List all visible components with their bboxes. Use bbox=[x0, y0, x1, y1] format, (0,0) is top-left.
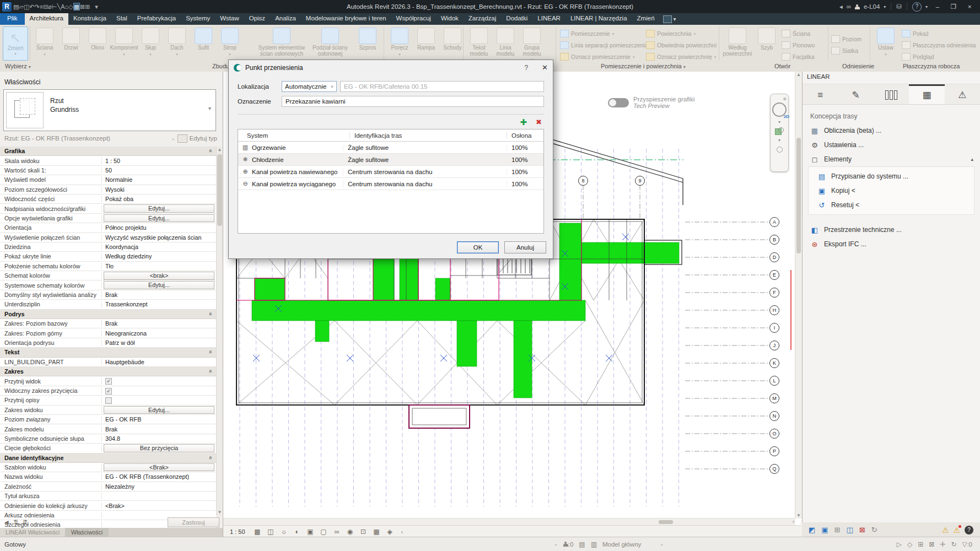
warnings-icon[interactable]: ⚠ bbox=[945, 84, 980, 104]
property-row[interactable]: Dziedzina Koordynacja bbox=[0, 242, 216, 252]
property-row[interactable]: Schemat kolorów <brak> bbox=[0, 271, 216, 280]
ribbon-button[interactable]: Poręcz▾ bbox=[387, 26, 412, 57]
property-row[interactable]: Dane identyfikacyjne bbox=[0, 453, 216, 463]
editable-only-caret-icon[interactable]: ⌄ bbox=[554, 542, 558, 547]
property-row[interactable]: Orientacja Północ projektu bbox=[0, 223, 216, 233]
ribbon-row-button[interactable]: Obwiednia powierzchni bbox=[646, 40, 717, 51]
app-store-cart-icon[interactable]: ⛁ bbox=[896, 3, 902, 10]
ribbon-tab[interactable]: Architektura bbox=[25, 13, 68, 25]
linear-menu-item-elementy[interactable]: ◻ Elementy ▴ bbox=[803, 152, 980, 166]
ribbon-tab[interactable]: Analiza bbox=[270, 13, 301, 25]
panel-label-wybierz[interactable]: Wybierz ▾ bbox=[5, 63, 31, 69]
help-caret-icon[interactable]: ▾ bbox=[925, 4, 928, 9]
close-inactive-icon[interactable]: ⊠ bbox=[80, 3, 85, 10]
show-crop-region-icon[interactable]: ▢ bbox=[320, 528, 328, 536]
ribbon-tab[interactable]: Konstrukcja bbox=[68, 13, 111, 25]
ribbon-button[interactable]: Dach▾ bbox=[164, 26, 190, 57]
ribbon-tab[interactable]: Dodatki bbox=[501, 13, 532, 25]
pane-arrow-icon[interactable]: ◂ bbox=[839, 3, 843, 10]
property-row[interactable]: Nadpisania widoczności/grafiki Edytuj... bbox=[0, 204, 216, 213]
select-links-icon[interactable]: ▷ bbox=[897, 541, 902, 548]
help-icon[interactable]: ? bbox=[912, 2, 922, 12]
property-row[interactable]: Zakres widoku Edytuj... bbox=[0, 406, 216, 415]
ribbon-row-button[interactable]: Oznacz pomieszczenie▾ bbox=[560, 51, 634, 62]
property-value[interactable]: Trassenkonzept bbox=[102, 301, 216, 307]
collapse-caret-icon[interactable]: ▴ bbox=[971, 156, 973, 162]
reveal-constraints-icon[interactable]: ⊡ bbox=[359, 528, 368, 536]
property-row[interactable]: Wyświetlenie połączeń ścian Wyczyść wszy… bbox=[0, 233, 216, 242]
linear-menu-item[interactable]: ⊛ Eksport IFC ... bbox=[803, 237, 980, 251]
ribbon-tab[interactable]: Widok bbox=[436, 13, 464, 25]
property-value[interactable]: Wysoki bbox=[102, 186, 216, 193]
property-value[interactable]: Edytuj... bbox=[104, 281, 214, 289]
filter-button[interactable]: ▽:0 bbox=[962, 541, 972, 548]
property-row[interactable]: Zakres: Poziom górny Nieograniczona bbox=[0, 328, 216, 338]
properties-help-icon[interactable]: ◄ bbox=[3, 518, 10, 526]
linear-submenu-item[interactable]: ▤ Przypisanie do systemu ... bbox=[809, 169, 974, 183]
shadows-icon[interactable]: ◐ bbox=[293, 528, 301, 536]
ribbon-tab[interactable]: Modelowanie bryłowe i teren bbox=[301, 13, 391, 25]
viewbar-collapse-icon[interactable]: ‹ bbox=[401, 528, 403, 535]
ribbon-tab[interactable]: Stal bbox=[111, 13, 132, 25]
ribbon-button[interactable]: Okno bbox=[85, 26, 110, 51]
duct-grid-icon[interactable]: ⊞ bbox=[834, 526, 841, 534]
ribbon-button[interactable]: Tekst modelu bbox=[466, 26, 492, 57]
property-value[interactable]: Bez przycięcia bbox=[104, 444, 214, 452]
property-value[interactable]: 304.8 bbox=[102, 435, 216, 442]
property-row[interactable]: Symboliczne odsunięcie słupa 304.8 bbox=[0, 434, 216, 444]
selection-person-icon[interactable]: ◩ bbox=[809, 526, 815, 534]
property-value[interactable]: Tło bbox=[102, 263, 216, 269]
property-row[interactable]: Unterdisziplin Trassenkonzept bbox=[0, 300, 216, 309]
ribbon-tab[interactable]: Wstaw bbox=[215, 13, 244, 25]
library-icon[interactable] bbox=[874, 84, 909, 104]
analytical-model-icon[interactable]: ▦ bbox=[373, 528, 381, 536]
warning-icon[interactable]: ⚠ bbox=[942, 526, 949, 534]
ribbon-row-button[interactable]: Ściana bbox=[782, 28, 810, 39]
property-value[interactable]: Według dziedziny bbox=[102, 253, 216, 260]
modify-button[interactable]: ↖ Zmień ▾ bbox=[3, 26, 28, 61]
property-value[interactable]: Edytuj... bbox=[104, 406, 214, 414]
select-pinned-icon[interactable]: ⊞ bbox=[918, 541, 923, 548]
transfer-icon[interactable]: ⊟ bbox=[43, 3, 48, 10]
property-row[interactable]: Cięcie głębokości Bez przycięcia bbox=[0, 444, 216, 453]
close-button[interactable]: × bbox=[963, 3, 976, 10]
property-row[interactable]: Pokaż ukryte linie Według dziedziny bbox=[0, 252, 216, 261]
property-row[interactable]: Systemowe schematy kolorów Edytuj... bbox=[0, 280, 216, 290]
ribbon-row-button[interactable]: Oznacz powierzchnię▾ bbox=[646, 51, 716, 62]
table-row[interactable]: ❄ Chłodzenie Żagle sufitowe 100% bbox=[238, 154, 543, 166]
default-3d-view-icon[interactable]: ▦ bbox=[73, 3, 80, 10]
ribbon-button[interactable]: Komponent▾ bbox=[111, 26, 137, 57]
location-input[interactable]: EG - OK RFB/Cafeteria 00.15 bbox=[340, 81, 544, 92]
horizontal-scrollbar[interactable]: ›.: bbox=[223, 518, 795, 526]
property-value[interactable]: Edytuj... bbox=[104, 204, 214, 213]
reveal-hidden-elements-icon[interactable]: ∞ bbox=[333, 528, 341, 536]
select-by-face-icon[interactable]: ⊠ bbox=[929, 541, 934, 548]
save-icon[interactable]: ◫ bbox=[24, 3, 29, 10]
property-value[interactable] bbox=[102, 377, 216, 385]
ribbon-row-button[interactable]: Poziom bbox=[831, 34, 861, 45]
ribbon-button[interactable]: Słup▾ bbox=[138, 26, 163, 57]
user-caret-icon[interactable]: ▾ bbox=[884, 4, 886, 9]
undo-icon[interactable]: ↶ bbox=[29, 3, 34, 10]
property-row[interactable]: Szablon widoku <Brak> bbox=[0, 463, 216, 472]
toggle-switch-icon[interactable] bbox=[608, 98, 629, 107]
property-row[interactable]: Poziom związany EG - OK RFB bbox=[0, 415, 216, 424]
dialog-help-icon[interactable]: ? bbox=[524, 64, 528, 72]
dialog-title-bar[interactable]: Punkt przeniesienia ? ✕ bbox=[229, 60, 553, 75]
property-row[interactable]: Nazwa widoku EG - OK RFB (Trassenkonzept… bbox=[0, 472, 216, 482]
property-row[interactable]: Wyświetl model Normalnie bbox=[0, 175, 216, 185]
sort-ascending-icon[interactable]: ⇅ bbox=[13, 518, 19, 526]
property-value[interactable]: Hauptgebäude bbox=[102, 359, 216, 365]
property-value[interactable]: Normalnie bbox=[102, 176, 216, 183]
ribbon-button[interactable]: Drzwi bbox=[58, 26, 84, 51]
property-row[interactable]: Zakres bbox=[0, 367, 216, 376]
ribbon-button[interactable]: Grupa modelu▾ bbox=[519, 26, 545, 63]
measure-icon[interactable]: ⌀ bbox=[48, 3, 52, 10]
cancel-button[interactable]: Anuluj bbox=[504, 241, 546, 253]
restore-button[interactable]: ❐ bbox=[947, 3, 960, 10]
menu-icon[interactable]: ≡ bbox=[803, 84, 838, 104]
dialog-close-icon[interactable]: ✕ bbox=[542, 63, 548, 72]
property-row[interactable]: LIN_BUILDING_PART Hauptgebäude bbox=[0, 358, 216, 367]
ribbon-button[interactable]: Szyb bbox=[754, 26, 779, 51]
property-row[interactable]: Skala widoku 1 : 50 bbox=[0, 156, 216, 165]
